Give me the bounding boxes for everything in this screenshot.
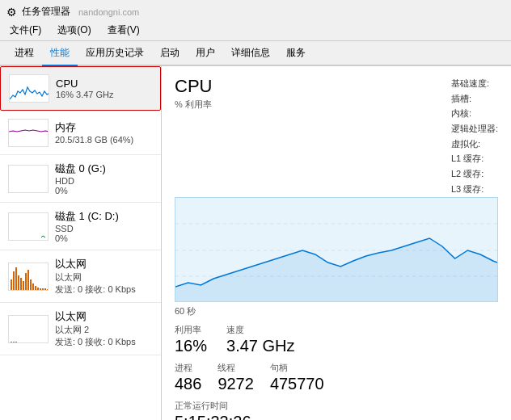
- resource-item-memory[interactable]: 内存 20.5/31.8 GB (64%): [0, 111, 161, 155]
- menu-file[interactable]: 文件(F): [6, 22, 44, 39]
- stat-handles-value: 475770: [270, 375, 324, 393]
- title-bar-icon: ⚙: [6, 6, 17, 19]
- stat-handles-label: 句柄: [270, 362, 324, 374]
- right-panel: CPU % 利用率 基础速度: 插槽: 内核: 逻辑处理器: 虚拟化: L1 缓…: [162, 66, 511, 420]
- cpu-detail: 16% 3.47 GHz: [56, 90, 152, 99]
- svg-rect-11: [32, 284, 34, 290]
- stat-utilization-value: 16%: [175, 337, 207, 355]
- main-content: CPU 16% 3.47 GHz 内存 20.5/31.8 GB (64%): [0, 66, 511, 420]
- side-info-3: 逻辑处理器:: [451, 121, 498, 136]
- svg-rect-5: [18, 275, 19, 290]
- svg-rect-2: [11, 279, 12, 290]
- eth1-mini-chart: [8, 315, 49, 343]
- stat-processes-label: 进程: [175, 362, 201, 374]
- svg-rect-0: [9, 166, 49, 193]
- tab-details[interactable]: 详细信息: [223, 41, 278, 66]
- stat-threads-label: 线程: [217, 362, 254, 374]
- stat-uptime-label: 正常运行时间: [175, 400, 498, 412]
- disk0-mini-chart: [8, 165, 49, 193]
- side-info-1: 插槽:: [451, 91, 498, 107]
- eth1-info: 以太网 以太网 2 发送: 0 接收: 0 Kbps: [55, 309, 153, 348]
- resource-item-eth0[interactable]: 以太网 以太网 发送: 0 接收: 0 Kbps: [0, 250, 161, 303]
- svg-rect-4: [15, 267, 17, 290]
- tab-performance[interactable]: 性能: [42, 41, 78, 66]
- resource-item-cpu[interactable]: CPU 16% 3.47 GHz: [0, 66, 161, 111]
- tab-users[interactable]: 用户: [188, 41, 223, 66]
- eth0-detail1: 以太网: [55, 271, 153, 284]
- disk1-detail1: SSD: [55, 224, 153, 233]
- disk0-info: 磁盘 0 (G:) HDD 0%: [55, 162, 153, 195]
- stat-speed-label: 速度: [226, 324, 294, 336]
- svg-rect-20: [15, 342, 17, 342]
- svg-rect-19: [13, 342, 15, 342]
- svg-rect-9: [27, 270, 29, 290]
- svg-rect-16: [44, 288, 46, 290]
- side-info-5: L1 缓存:: [451, 151, 498, 166]
- left-panel: CPU 16% 3.47 GHz 内存 20.5/31.8 GB (64%): [0, 66, 162, 420]
- side-info-2: 内核:: [451, 106, 498, 121]
- cpu-big-chart: [175, 197, 498, 302]
- svg-rect-13: [37, 288, 39, 290]
- tab-apphistory[interactable]: 应用历史记录: [78, 41, 152, 66]
- stat-handles: 句柄 475770: [270, 362, 324, 393]
- svg-rect-7: [23, 281, 24, 290]
- tab-bar: 进程 性能 应用历史记录 启动 用户 详细信息 服务: [0, 41, 511, 66]
- stats-row1: 利用率 16% 速度 3.47 GHz: [175, 324, 498, 355]
- resource-item-disk0[interactable]: 磁盘 0 (G:) HDD 0%: [0, 155, 161, 203]
- tab-services[interactable]: 服务: [278, 41, 314, 66]
- eth1-detail2: 发送: 0 接收: 0 Kbps: [55, 336, 153, 348]
- eth0-detail2: 发送: 0 接收: 0 Kbps: [55, 284, 153, 296]
- memory-detail: 20.5/31.8 GB (64%): [55, 135, 153, 145]
- eth1-name: 以太网: [55, 309, 153, 324]
- side-info-6: L2 缓存:: [451, 166, 498, 182]
- menu-options[interactable]: 选项(O): [54, 22, 94, 39]
- cpu-info: CPU 16% 3.47 GHz: [56, 78, 152, 99]
- stat-processes-value: 486: [175, 375, 201, 393]
- stat-uptime-value: 5:15:33:26: [175, 413, 498, 421]
- stat-speed-value: 3.47 GHz: [226, 337, 294, 355]
- watermark: nandongni.com: [78, 7, 139, 17]
- chart-time-label: 60 秒: [175, 305, 498, 317]
- side-info-0: 基础速度:: [451, 76, 498, 91]
- stat-processes: 进程 486: [175, 362, 201, 393]
- stats-row2: 进程 486 线程 9272 句柄 475770: [175, 362, 498, 393]
- stat-speed: 速度 3.47 GHz: [226, 324, 294, 355]
- right-panel-title: CPU: [175, 76, 212, 97]
- disk1-name: 磁盘 1 (C: D:): [55, 209, 153, 224]
- svg-rect-15: [42, 288, 44, 290]
- svg-rect-14: [40, 288, 41, 290]
- memory-info: 内存 20.5/31.8 GB (64%): [55, 120, 153, 145]
- right-side-info: 基础速度: 插槽: 内核: 逻辑处理器: 虚拟化: L1 缓存: L2 缓存: …: [451, 76, 498, 197]
- disk0-name: 磁盘 0 (G:): [55, 162, 153, 176]
- resource-item-eth1[interactable]: 以太网 以太网 2 发送: 0 接收: 0 Kbps: [0, 303, 161, 355]
- tab-process[interactable]: 进程: [6, 41, 42, 66]
- stat-threads: 线程 9272: [217, 362, 254, 393]
- title-bar: ⚙ 任务管理器 nandongni.com: [0, 0, 511, 20]
- disk0-detail2: 0%: [55, 186, 153, 195]
- stat-utilization: 利用率 16%: [175, 324, 207, 355]
- title-bar-text: 任务管理器: [22, 5, 70, 19]
- tab-startup[interactable]: 启动: [152, 41, 188, 66]
- eth0-mini-chart: [8, 262, 49, 291]
- stat-threads-value: 9272: [217, 375, 254, 393]
- eth0-info: 以太网 以太网 发送: 0 接收: 0 Kbps: [55, 257, 153, 296]
- menu-bar: 文件(F) 选项(O) 查看(V): [0, 20, 511, 41]
- eth1-detail1: 以太网 2: [55, 324, 153, 336]
- svg-rect-3: [13, 271, 15, 290]
- side-info-4: 虚拟化:: [451, 136, 498, 152]
- disk1-info: 磁盘 1 (C: D:) SSD 0%: [55, 209, 153, 243]
- memory-name: 内存: [55, 120, 153, 135]
- svg-rect-17: [47, 289, 49, 290]
- stat-utilization-label: 利用率: [175, 324, 207, 336]
- disk0-detail1: HDD: [55, 176, 153, 186]
- resource-item-disk1[interactable]: 磁盘 1 (C: D:) SSD 0%: [0, 203, 161, 250]
- cpu-mini-chart: [9, 74, 49, 103]
- svg-rect-8: [25, 273, 27, 290]
- menu-view[interactable]: 查看(V): [104, 22, 143, 39]
- svg-rect-18: [11, 342, 12, 342]
- right-panel-subtitle: % 利用率: [175, 99, 212, 111]
- svg-rect-12: [35, 286, 36, 290]
- side-info-7: L3 缓存:: [451, 182, 498, 197]
- cpu-name: CPU: [56, 78, 152, 90]
- memory-mini-chart: [8, 119, 49, 147]
